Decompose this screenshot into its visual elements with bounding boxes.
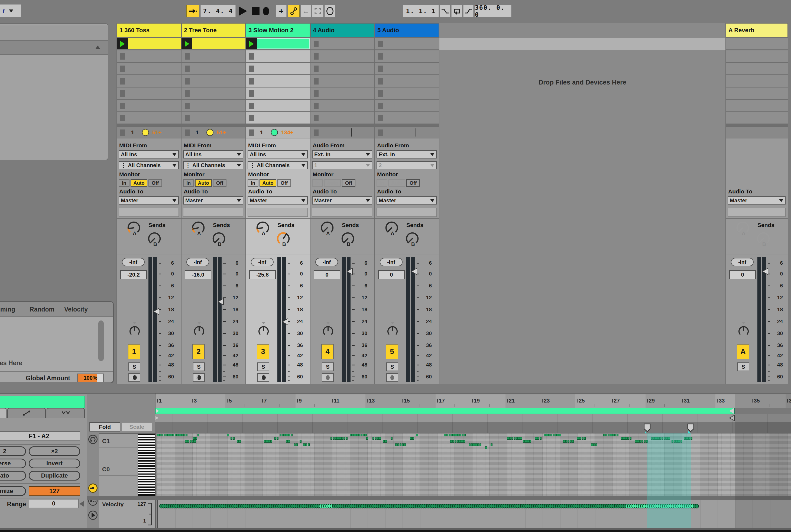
monitor-off-button[interactable]: Off: [277, 179, 291, 187]
midi-note[interactable]: [659, 437, 661, 440]
volume-fader[interactable]: [153, 308, 159, 315]
clip-stop-icon[interactable]: [249, 115, 254, 121]
clip-slot-empty[interactable]: [246, 100, 310, 112]
pitch-range-display[interactable]: F1 - A2: [0, 431, 80, 441]
midi-note[interactable]: [544, 434, 546, 436]
midi-note[interactable]: [525, 440, 527, 443]
midi-note[interactable]: [343, 437, 345, 440]
midi-note[interactable]: [391, 437, 393, 440]
track-activator-button[interactable]: 5: [386, 344, 398, 359]
volume-fader-handle[interactable]: [153, 308, 159, 315]
clip-slot-empty[interactable]: [117, 75, 181, 87]
midi-note[interactable]: [197, 434, 200, 436]
tab-envelopes[interactable]: [7, 408, 46, 418]
pan-knob[interactable]: [737, 325, 750, 338]
midi-note[interactable]: [509, 437, 511, 440]
clip-stop-icon[interactable]: [314, 90, 319, 97]
io-channel-dropdown[interactable]: 1: [312, 161, 372, 169]
clip-slot-empty[interactable]: [726, 100, 788, 112]
midi-note[interactable]: [455, 440, 456, 443]
track-activator-button[interactable]: 1: [128, 344, 140, 359]
midi-note[interactable]: [166, 434, 168, 436]
midi-note[interactable]: [584, 437, 586, 440]
midi-note[interactable]: [605, 434, 607, 436]
clip-slot-empty[interactable]: [182, 88, 245, 99]
midi-note[interactable]: [462, 434, 464, 436]
midi-note[interactable]: [286, 434, 288, 436]
volume-fader-handle[interactable]: [762, 268, 768, 275]
midi-note[interactable]: [641, 440, 643, 443]
midi-note[interactable]: [190, 440, 191, 443]
midi-note[interactable]: [461, 440, 463, 443]
clip-slot-empty[interactable]: [310, 75, 374, 87]
midi-note[interactable]: [402, 443, 403, 446]
midi-note[interactable]: [397, 443, 399, 446]
monitor-off-button[interactable]: Off: [406, 179, 420, 187]
clip-play-button[interactable]: [117, 38, 128, 49]
randomize-button[interactable]: omize: [0, 486, 26, 496]
midi-note[interactable]: [410, 437, 412, 440]
midi-note[interactable]: [565, 440, 567, 443]
midi-note[interactable]: [459, 440, 461, 443]
peak-level-button[interactable]: -Inf: [380, 258, 402, 266]
clip-slot[interactable]: [246, 38, 310, 50]
midi-note[interactable]: [373, 437, 374, 440]
clip-stop-icon[interactable]: [378, 53, 383, 60]
volume-fader[interactable]: [762, 268, 768, 275]
midi-note[interactable]: [511, 437, 513, 440]
midi-note[interactable]: [674, 440, 676, 443]
clip-slot-empty[interactable]: [182, 100, 245, 112]
midi-note[interactable]: [457, 440, 459, 443]
io-from-dropdown[interactable]: Ext. In: [312, 150, 372, 158]
midi-note[interactable]: [550, 434, 552, 436]
arm-button[interactable]: [322, 373, 334, 382]
midi-note[interactable]: [291, 434, 293, 436]
clip-stop-icon[interactable]: [185, 65, 190, 72]
midi-note[interactable]: [230, 437, 232, 440]
midi-note[interactable]: [181, 434, 183, 436]
midi-note[interactable]: [331, 437, 332, 440]
midi-tools-drop-area[interactable]: es Here: [0, 317, 113, 371]
arrangement-position-display[interactable]: 7. 4. 4: [201, 5, 236, 17]
clip[interactable]: [182, 38, 245, 49]
play-lane-button[interactable]: [88, 511, 97, 520]
midi-note[interactable]: [195, 437, 197, 440]
midi-note[interactable]: [567, 440, 569, 443]
midi-note[interactable]: [356, 434, 358, 436]
midi-note[interactable]: [610, 434, 612, 436]
io-channel-dropdown[interactable]: ⋮All Channels: [119, 161, 179, 169]
peak-level-button[interactable]: -Inf: [122, 258, 145, 266]
clip-stop-icon[interactable]: [120, 103, 125, 109]
midi-note[interactable]: [557, 434, 559, 436]
clip-stop-icon[interactable]: [378, 41, 383, 47]
tab-expression[interactable]: [46, 408, 85, 418]
midi-note[interactable]: [358, 434, 360, 436]
monitor-off-button[interactable]: Off: [213, 179, 226, 187]
midi-note[interactable]: [608, 434, 609, 436]
clip-slot-empty[interactable]: [375, 75, 439, 87]
midi-note[interactable]: [450, 440, 452, 443]
midi-note[interactable]: [363, 434, 364, 436]
midi-note[interactable]: [646, 440, 648, 443]
loop-length-display[interactable]: 360. 0. 0: [475, 5, 511, 17]
midi-note[interactable]: [629, 437, 632, 440]
midi-note[interactable]: [639, 440, 641, 443]
midi-note[interactable]: [264, 440, 266, 443]
midi-note[interactable]: [159, 434, 161, 436]
clip-slot[interactable]: [117, 38, 181, 50]
clip-play-button[interactable]: [246, 38, 257, 49]
clip-slot[interactable]: [726, 38, 788, 50]
tab-velocity[interactable]: Velocity: [64, 306, 88, 313]
midi-note[interactable]: [477, 443, 479, 446]
midi-note[interactable]: [294, 443, 296, 446]
clip-stop-icon[interactable]: [120, 53, 125, 60]
midi-note[interactable]: [570, 440, 571, 443]
io-channel-dropdown[interactable]: ⋮All Channels: [248, 161, 308, 169]
midi-note[interactable]: [352, 434, 354, 436]
midi-note[interactable]: [186, 434, 187, 436]
midi-note[interactable]: [520, 437, 522, 440]
midi-note[interactable]: [612, 434, 614, 436]
audio-to-dropdown[interactable]: Master: [728, 196, 786, 205]
clip-slot-empty[interactable]: [726, 75, 788, 87]
clip-stop-icon[interactable]: [249, 53, 254, 60]
